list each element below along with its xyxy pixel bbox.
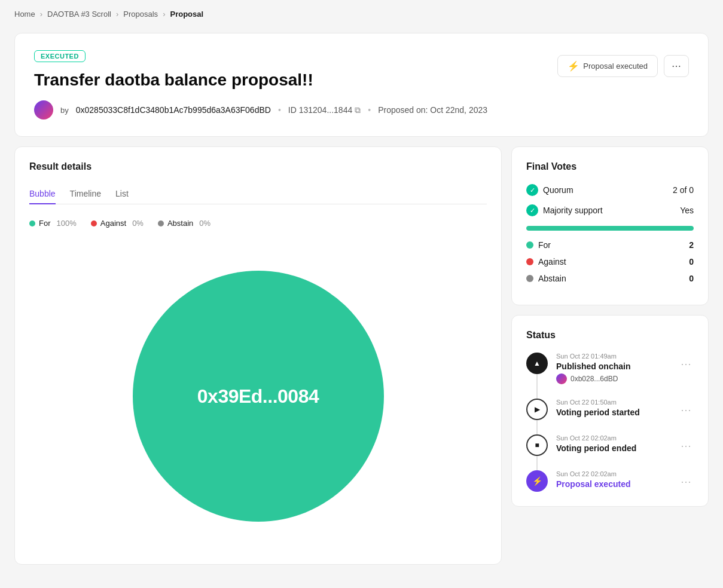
for-dot (29, 220, 35, 226)
abstain-pct: 0% (199, 219, 211, 228)
published-content: Sun Oct 22 01:49am Published onchain 0xb… (556, 353, 670, 384)
final-votes-title: Final Votes (526, 161, 694, 172)
abstain-label: Abstain (167, 219, 193, 228)
executed-label: Proposal executed (556, 479, 670, 489)
copy-icon[interactable]: ⧉ (355, 105, 361, 115)
status-badge: EXECUTED (34, 50, 86, 62)
breadcrumb-current: Proposal (170, 10, 203, 19)
executed-more-button[interactable]: ⋯ (678, 473, 694, 491)
quorum-check-icon: ✓ (526, 184, 538, 196)
published-addr: 0xb028...6dBD (571, 375, 618, 383)
vote-legend: For 100% Against 0% Abstain 0% (29, 219, 487, 228)
voting-start-more-button[interactable]: ⋯ (678, 401, 694, 419)
against-label: Against (100, 219, 126, 228)
by-label: by (60, 106, 69, 115)
published-avatar (556, 373, 567, 384)
timeline-item-published: ▲ Sun Oct 22 01:49am Published onchain 0… (526, 353, 694, 384)
status-card: Status ▲ Sun Oct 22 01:49am Published on… (511, 315, 709, 507)
executed-time: Sun Oct 22 02:02am (556, 470, 670, 477)
tab-list[interactable]: List (115, 184, 129, 204)
voting-end-content: Sun Oct 22 02:02am Voting period ended (556, 434, 670, 456)
breadcrumb-sep-1: › (40, 10, 42, 19)
proposal-meta: by 0x0285033C8f1dC3480b1Ac7b995d6a3A63F0… (34, 100, 487, 120)
against-result-label: Against (538, 257, 566, 267)
legend-for: For 100% (29, 219, 77, 228)
header-card: EXECUTED Transfer daotba balance proposa… (14, 33, 709, 137)
breadcrumb: Home › DAOTBA #3 Scroll › Proposals › Pr… (14, 10, 709, 19)
meta-dot-2: • (368, 105, 371, 115)
voting-start-label: Voting period started (556, 408, 670, 417)
result-tabs: Bubble Timeline List (29, 184, 487, 204)
abstain-result-row: Abstain 0 (526, 274, 694, 283)
against-result-dot (526, 258, 533, 265)
for-label: For (39, 219, 51, 228)
quorum-row: ✓ Quorum 2 of 0 (526, 184, 694, 196)
author-address: 0x0285033C8f1dC3480b1Ac7b995d6a3A63F06dB… (76, 105, 271, 115)
tab-bubble[interactable]: Bubble (29, 184, 56, 204)
breadcrumb-sep-3: › (163, 10, 165, 19)
for-result-dot (526, 241, 533, 249)
executed-content: Sun Oct 22 02:02am Proposal executed (556, 470, 670, 492)
published-sub: 0xb028...6dBD (556, 373, 670, 384)
bolt-icon: ⚡ (568, 60, 579, 72)
legend-abstain: Abstain 0% (158, 219, 211, 228)
published-icon: ▲ (526, 353, 548, 374)
breadcrumb-proposals[interactable]: Proposals (123, 10, 158, 19)
executed-icon: ⚡ (526, 470, 548, 492)
legend-against: Against 0% (91, 219, 144, 228)
published-time: Sun Oct 22 01:49am (556, 353, 670, 360)
majority-row: ✓ Majority support Yes (526, 204, 694, 216)
majority-check-icon: ✓ (526, 204, 538, 216)
vote-progress-fill (526, 226, 694, 231)
for-pct: 100% (57, 219, 77, 228)
voting-end-more-button[interactable]: ⋯ (678, 437, 694, 455)
proposal-executed-button[interactable]: ⚡ Proposal executed (557, 55, 658, 77)
for-result-label: For (538, 240, 551, 250)
proposal-id: ID 131204...1844 ⧉ (288, 105, 361, 115)
page-title: Transfer daotba balance proposal!! (34, 71, 487, 90)
avatar (34, 100, 53, 120)
voting-start-icon: ▶ (526, 399, 548, 420)
executed-button-label: Proposal executed (583, 62, 648, 71)
against-result-count: 0 (689, 257, 694, 267)
final-votes-card: Final Votes ✓ Quorum 2 of 0 ✓ Majority s… (511, 146, 709, 305)
against-result-row: Against 0 (526, 257, 694, 267)
voting-end-time: Sun Oct 22 02:02am (556, 434, 670, 442)
majority-label: Majority support (543, 206, 603, 215)
status-title: Status (526, 330, 694, 341)
quorum-label: Quorum (543, 185, 573, 195)
quorum-value: 2 of 0 (673, 185, 694, 195)
bubble-chart-area: 0x39Ed...0084 (29, 247, 487, 546)
for-result-row: For 2 (526, 240, 694, 250)
voting-end-label: Voting period ended (556, 443, 670, 453)
result-details-panel: Result details Bubble Timeline List For … (14, 146, 502, 565)
result-details-title: Result details (29, 161, 487, 172)
proposed-on: Proposed on: Oct 22nd, 2023 (378, 105, 487, 115)
vote-progress-bar (526, 226, 694, 231)
published-label: Published onchain (556, 362, 670, 371)
breadcrumb-dao[interactable]: DAOTBA #3 Scroll (47, 10, 111, 19)
breadcrumb-sep-2: › (116, 10, 118, 19)
breadcrumb-home[interactable]: Home (14, 10, 35, 19)
voting-start-time: Sun Oct 22 01:50am (556, 399, 670, 406)
timeline-item-voting-start: ▶ Sun Oct 22 01:50am Voting period start… (526, 399, 694, 420)
more-options-button[interactable]: ⋯ (664, 55, 689, 77)
against-pct: 0% (132, 219, 144, 228)
tab-timeline[interactable]: Timeline (70, 184, 101, 204)
voting-end-icon: ■ (526, 434, 548, 456)
abstain-dot (158, 220, 164, 226)
timeline-item-voting-end: ■ Sun Oct 22 02:02am Voting period ended… (526, 434, 694, 456)
for-result-count: 2 (689, 240, 694, 250)
abstain-result-dot (526, 275, 533, 282)
vote-progress-bar-wrap (526, 226, 694, 231)
abstain-result-count: 0 (689, 274, 694, 283)
meta-dot-1: • (278, 105, 281, 115)
published-more-button[interactable]: ⋯ (678, 355, 694, 373)
right-panel: Final Votes ✓ Quorum 2 of 0 ✓ Majority s… (511, 146, 709, 565)
main-bubble: 0x39Ed...0084 (133, 271, 384, 522)
timeline-item-executed: ⚡ Sun Oct 22 02:02am Proposal executed ⋯ (526, 470, 694, 492)
against-dot (91, 220, 97, 226)
status-timeline: ▲ Sun Oct 22 01:49am Published onchain 0… (526, 353, 694, 492)
abstain-result-label: Abstain (538, 274, 566, 283)
voting-start-content: Sun Oct 22 01:50am Voting period started (556, 399, 670, 420)
